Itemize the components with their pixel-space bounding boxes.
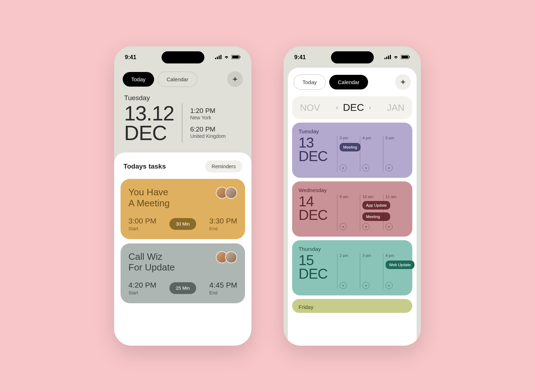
day-card[interactable]: Friday [292,299,412,313]
time-slot[interactable]: 3 pm Meeting + [337,136,360,171]
time-slots: 2 pm + 3 pm + 4 pm Web Update + [337,253,406,289]
add-event-button[interactable]: + [386,223,393,230]
status-icons [384,54,410,61]
tasks-title: Todays tasks [123,163,166,170]
svg-rect-1 [217,57,218,59]
month-next[interactable]: JAN [387,102,404,113]
slot-time: 9 am [340,195,358,199]
plus-icon: + [401,77,406,87]
wifi-icon [224,54,229,61]
add-event-button[interactable]: + [340,164,347,171]
time-slot[interactable]: 4 pm Web Update + [383,253,406,289]
day-card[interactable]: Wednesday 14 DEC 9 am + 10 am App Update [292,181,412,237]
task-card[interactable]: Call Wiz For Update 4:20 PM Start 25 Min… [121,243,245,303]
slot-time: 4 pm [362,136,381,140]
tab-calendar[interactable]: Calendar [329,75,368,89]
slot-time: 10 am [362,195,381,199]
end-time: 4:45 PM [209,281,237,289]
add-event-button[interactable]: + [386,164,393,171]
day-card[interactable]: Thursday 15 DEC 2 pm + 3 pm + 4 [292,240,412,295]
month-prev[interactable]: NOV [300,102,320,113]
time-slots: 3 pm Meeting + 4 pm + 5 am + [337,136,406,171]
time-slots: 9 am + 10 am App Update Meeting + 11 am … [337,195,406,230]
svg-rect-6 [240,56,240,58]
add-event-button[interactable]: + [340,223,347,230]
task-title-line: You Have [128,187,170,198]
start-label: Start [128,290,156,295]
svg-rect-3 [220,55,221,59]
slot-time: 5 am [386,136,404,140]
date-block: Tuesday 13.12 DEC 1:20 PM New York 6:20 … [114,87,251,153]
task-card[interactable]: You Have A Meeting 3:00 PM Start 30 Min … [121,179,245,239]
tab-today[interactable]: Today [294,74,326,90]
svg-rect-13 [409,56,410,58]
add-event-button[interactable]: + [362,164,370,171]
time-slot[interactable]: 10 am App Update Meeting + [360,195,383,230]
battery-icon [401,54,410,61]
tz-time: 6:20 PM [190,125,226,133]
time-slot[interactable]: 3 pm + [360,253,383,289]
day-name: Wednesday [299,187,406,193]
task-title-line: Call Wiz [128,251,175,262]
slot-time: 2 pm [340,253,358,258]
day-num: 15 [299,253,332,267]
time-slot[interactable]: 9 am + [337,195,360,230]
svg-rect-12 [402,56,408,58]
day-name: Friday [299,304,406,310]
svg-rect-8 [386,57,387,59]
day-big-date: 13 DEC [299,136,332,171]
day-card[interactable]: Tuesday 13 DEC 3 pm Meeting + 4 pm + [292,123,412,178]
time-slot[interactable]: 5 am + [383,136,406,171]
start-label: Start [128,226,156,231]
event-chip[interactable]: Web Update [386,261,414,269]
add-event-button[interactable]: + [362,223,370,230]
time-slot[interactable]: 11 am + [383,195,406,230]
status-time: 9:41 [125,54,136,61]
svg-rect-9 [388,56,389,59]
attendee-avatars [219,251,237,263]
task-title: Call Wiz For Update [128,251,175,273]
notch [162,51,204,63]
calendar-body: NOV ‹ DEC › JAN Tuesday 13 DEC 3 pm Meet… [288,96,417,346]
day-month: DEC [299,267,332,280]
reminders-button[interactable]: Reminders [205,160,242,172]
add-button[interactable]: + [395,74,411,90]
date-numeric: 13.12 [124,103,174,123]
battery-icon [231,54,241,61]
event-chip[interactable]: Meeting [340,143,361,151]
avatar [225,251,237,263]
time-slot[interactable]: 2 pm + [337,253,360,289]
slot-time: 11 am [386,195,404,199]
task-title-line: A Meeting [128,198,170,209]
attendee-avatars [219,187,237,199]
duration-pill: 30 Min [169,218,196,230]
start-time-block: 4:20 PM Start [128,281,156,295]
tab-today[interactable]: Today [123,72,154,87]
month-current: DEC [343,102,364,113]
add-event-button[interactable]: + [362,282,370,289]
toolbar: Today Calendar + [114,65,251,87]
svg-rect-0 [215,58,216,59]
phone-today-view: 9:41 Today Calendar + Tuesday 13.12 DEC … [114,46,251,346]
day-num: 14 [299,195,332,208]
task-title-line: For Update [128,262,175,273]
chevron-right-icon[interactable]: › [369,104,371,111]
duration-pill: 25 Min [169,282,196,294]
day-big-date: 15 DEC [299,253,332,289]
add-event-button[interactable]: + [340,282,347,289]
tasks-panel: Todays tasks Reminders You Have A Meetin… [114,153,251,346]
chevron-left-icon[interactable]: ‹ [336,104,338,111]
start-time-block: 3:00 PM Start [128,217,156,231]
timezone-entry: 1:20 PM New York [190,107,226,120]
tab-calendar[interactable]: Calendar [158,72,197,87]
slot-time: 3 pm [340,136,358,140]
month-picker: NOV ‹ DEC › JAN [292,96,412,119]
add-event-button[interactable]: + [386,282,393,289]
add-button[interactable]: + [227,71,243,87]
end-label: End [209,226,237,231]
tz-location: United Kingdom [190,133,226,139]
timezone-entry: 6:20 PM United Kingdom [190,125,226,139]
signal-icon [215,54,221,61]
time-slot[interactable]: 4 pm + [360,136,383,171]
slot-time: 4 pm [386,253,404,258]
